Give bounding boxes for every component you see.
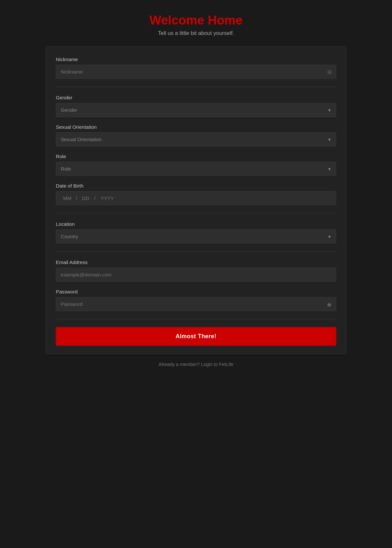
divider-2 (56, 213, 336, 213)
divider-4 (56, 319, 336, 319)
email-label: Email Address (56, 259, 336, 265)
footer-text: Already a member? Login to FetLife (46, 362, 346, 367)
page-title: Welcome Home (46, 13, 346, 27)
nickname-input[interactable] (56, 65, 336, 79)
page-subtitle: Tell us a little bit about yourself. (46, 30, 346, 37)
dob-day-input[interactable] (79, 195, 92, 201)
sexual-orientation-label: Sexual Orientation (56, 124, 336, 130)
divider-3 (56, 251, 336, 252)
country-select-wrapper: Country United States United Kingdom Can… (56, 229, 336, 243)
nickname-section: Nickname ⊞ (56, 57, 336, 79)
password-input-wrapper: ◉ (56, 297, 336, 311)
sexual-orientation-select[interactable]: Sexual Orientation Straight Gay Bisexual… (56, 132, 336, 146)
gender-section: Gender Gender Male Female Non-binary Oth… (56, 95, 336, 117)
submit-button[interactable]: Almost There! (56, 327, 336, 346)
role-section: Role Role Dominant Submissive Switch Oth… (56, 154, 336, 176)
password-section: Password ◉ (56, 289, 336, 311)
gender-label: Gender (56, 95, 336, 100)
dob-year-input[interactable] (97, 195, 117, 201)
dob-section: Date of Birth / / (56, 183, 336, 205)
nickname-label: Nickname (56, 57, 336, 62)
location-label: Location (56, 221, 336, 227)
sexual-orientation-select-wrapper: Sexual Orientation Straight Gay Bisexual… (56, 132, 336, 146)
password-label: Password (56, 289, 336, 294)
date-sep-2: / (94, 195, 95, 201)
role-select[interactable]: Role Dominant Submissive Switch Other (56, 162, 336, 176)
password-input[interactable] (56, 297, 336, 311)
footer: Already a member? Login to FetLife (46, 362, 346, 367)
date-sep-1: / (76, 195, 77, 201)
form-card: Nickname ⊞ Gender Gender Male Female Non… (46, 46, 346, 354)
email-input[interactable] (56, 268, 336, 282)
role-select-wrapper: Role Dominant Submissive Switch Other ▼ (56, 162, 336, 176)
role-label: Role (56, 154, 336, 159)
gender-select[interactable]: Gender Male Female Non-binary Other (56, 103, 336, 117)
gender-select-wrapper: Gender Male Female Non-binary Other ▼ (56, 103, 336, 117)
country-select[interactable]: Country United States United Kingdom Can… (56, 229, 336, 243)
dob-label: Date of Birth (56, 183, 336, 189)
email-section: Email Address (56, 259, 336, 282)
dob-input-group: / / (56, 191, 336, 205)
dob-month-input[interactable] (61, 195, 74, 201)
divider-1 (56, 87, 336, 87)
location-section: Location Country United States United Ki… (56, 221, 336, 243)
page-wrapper: Welcome Home Tell us a little bit about … (46, 13, 346, 367)
page-header: Welcome Home Tell us a little bit about … (46, 13, 346, 37)
sexual-orientation-section: Sexual Orientation Sexual Orientation St… (56, 124, 336, 146)
nickname-input-wrapper: ⊞ (56, 65, 336, 79)
